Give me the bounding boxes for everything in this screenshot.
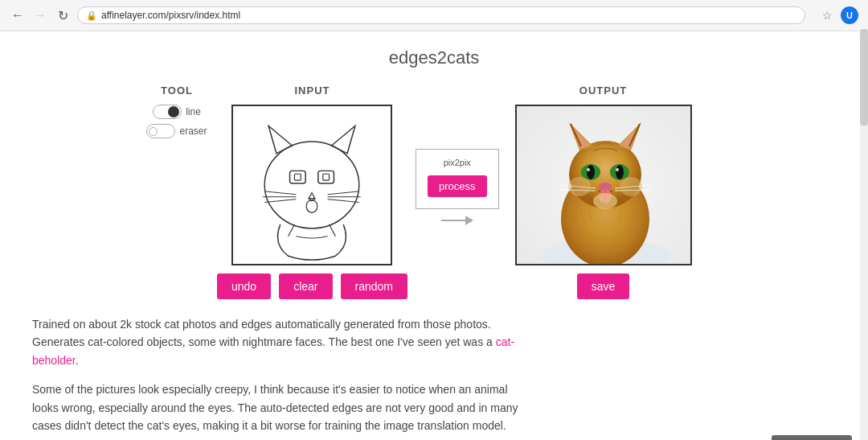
svg-marker-2: [332, 126, 355, 154]
browser-chrome: ← → ↻ 🔒 affinelayer.com/pixsrv/index.htm…: [0, 0, 868, 31]
svg-marker-7: [309, 193, 316, 199]
output-image-box: [515, 105, 692, 265]
user-avatar[interactable]: U: [841, 6, 858, 24]
watermark: 🏷 值 什么值得买: [772, 435, 852, 440]
page-content: edges2cats TOOL line eraser: [0, 31, 868, 440]
svg-line-14: [328, 199, 359, 203]
description-p1: Trained on about 2k stock cat photos and…: [32, 315, 530, 369]
svg-point-31: [587, 165, 595, 179]
input-section: INPUT: [217, 84, 407, 299]
process-area: pix2pix process: [416, 149, 499, 225]
eraser-radio[interactable]: [146, 124, 175, 138]
svg-rect-3: [290, 171, 306, 183]
svg-point-8: [307, 200, 318, 213]
svg-point-32: [587, 168, 590, 171]
cat-drawing-svg: [233, 106, 391, 264]
page-wrapper: ← → ↻ 🔒 affinelayer.com/pixsrv/index.htm…: [0, 0, 868, 440]
svg-line-11: [265, 199, 297, 203]
address-bar[interactable]: 🔒 affinelayer.com/pixsrv/index.html: [77, 6, 805, 24]
reload-button[interactable]: ↻: [55, 7, 71, 23]
eraser-label: eraser: [179, 125, 207, 137]
output-label: OUTPUT: [579, 84, 627, 97]
forward-button[interactable]: →: [32, 7, 48, 23]
svg-point-45: [593, 193, 617, 209]
scrollbar[interactable]: [860, 29, 868, 440]
arrow-shaft: [441, 220, 465, 221]
svg-line-9: [265, 191, 297, 195]
scrollbar-thumb[interactable]: [860, 29, 868, 125]
svg-point-35: [616, 168, 619, 171]
tool-line-option[interactable]: line: [153, 105, 201, 119]
arrow: [441, 216, 473, 225]
url-text: affinelayer.com/pixsrv/index.html: [101, 10, 240, 21]
undo-button[interactable]: undo: [217, 273, 271, 299]
desc-p1-text1: Trained on about 2k stock cat photos and…: [32, 318, 496, 348]
svg-line-16: [330, 224, 336, 236]
description-p2: Some of the pictures look especially cre…: [32, 380, 530, 434]
svg-point-44: [620, 177, 642, 196]
output-buttons: save: [577, 273, 630, 299]
input-label: INPUT: [294, 84, 330, 97]
desc-p1-end: .: [76, 354, 79, 367]
process-button[interactable]: process: [428, 175, 487, 197]
ui-area: TOOL line eraser INPUT: [145, 84, 836, 299]
svg-point-34: [616, 165, 624, 179]
tool-section: TOOL line eraser: [145, 84, 209, 143]
drawing-canvas[interactable]: [231, 105, 392, 265]
line-radio-dot: [168, 106, 179, 117]
clear-button[interactable]: clear: [279, 273, 332, 299]
svg-rect-5: [318, 171, 334, 183]
save-button[interactable]: save: [577, 273, 630, 299]
bookmark-button[interactable]: ☆: [818, 6, 836, 24]
tool-eraser-option[interactable]: eraser: [146, 124, 207, 138]
chrome-actions: ☆ U: [818, 6, 858, 24]
description: Trained on about 2k stock cat photos and…: [32, 315, 530, 434]
svg-line-15: [289, 224, 295, 236]
svg-rect-6: [323, 174, 330, 180]
process-box: pix2pix process: [416, 149, 499, 209]
tool-label: TOOL: [161, 84, 193, 97]
svg-rect-4: [295, 174, 301, 180]
lock-icon: 🔒: [86, 10, 97, 21]
output-section: OUTPUT: [515, 84, 692, 299]
line-label: line: [186, 106, 201, 117]
arrow-head: [465, 216, 473, 225]
back-button[interactable]: ←: [10, 7, 26, 23]
line-radio[interactable]: [153, 105, 182, 119]
random-button[interactable]: random: [341, 273, 407, 299]
svg-point-43: [568, 177, 591, 196]
page-title: edges2cats: [32, 47, 836, 68]
eraser-radio-dot: [149, 127, 158, 136]
input-buttons: undo clear random: [217, 273, 407, 299]
pix2pix-label: pix2pix: [444, 158, 471, 167]
svg-point-0: [265, 142, 360, 228]
cat-photo-svg: [517, 106, 692, 265]
svg-line-12: [328, 191, 359, 195]
svg-marker-1: [269, 126, 293, 154]
